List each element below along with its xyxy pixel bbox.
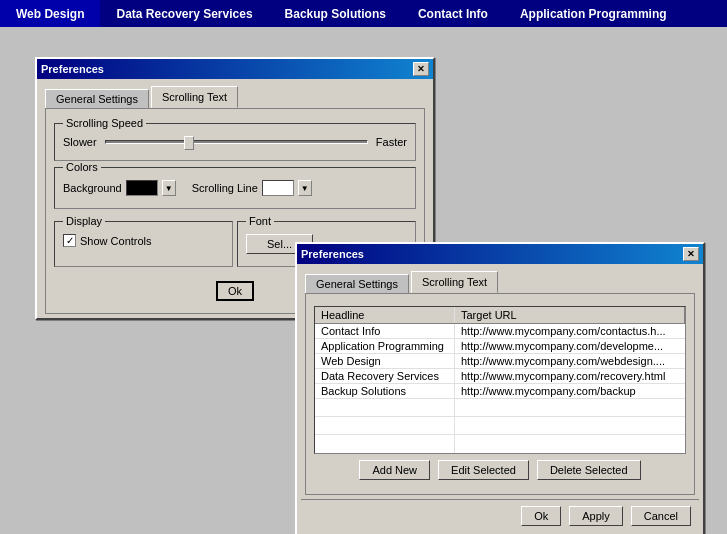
cell-headline-3: Data Recovery Services bbox=[315, 369, 455, 383]
action-btn-row: Add New Edit Selected Delete Selected bbox=[314, 460, 686, 480]
font-label: Font bbox=[246, 215, 274, 227]
edit-selected-button[interactable]: Edit Selected bbox=[438, 460, 529, 480]
window2-title: Preferences bbox=[301, 248, 683, 260]
scrolling-line-label: Scrolling Line bbox=[192, 182, 258, 194]
tab-general-1[interactable]: General Settings bbox=[45, 89, 149, 108]
cell-url-2: http://www.mycompany.com/webdesign.... bbox=[455, 354, 685, 368]
show-controls-label: Show Controls bbox=[80, 235, 152, 247]
cancel-button[interactable]: Cancel bbox=[631, 506, 691, 526]
main-area: Preferences ✕ General Settings Scrolling… bbox=[0, 27, 727, 534]
close-button-1[interactable]: ✕ bbox=[413, 62, 429, 76]
line-swatch[interactable] bbox=[262, 180, 294, 196]
slider-thumb[interactable] bbox=[184, 136, 194, 150]
speed-slider[interactable] bbox=[105, 140, 368, 144]
cell-url-0: http://www.mycompany.com/contactus.h... bbox=[455, 324, 685, 338]
table-row[interactable]: Data Recovery Services http://www.mycomp… bbox=[315, 369, 685, 384]
display-group: Display ✓ Show Controls bbox=[54, 221, 233, 267]
background-color-field: Background ▼ bbox=[63, 180, 176, 196]
menu-web-design[interactable]: Web Design bbox=[0, 0, 100, 27]
table-header: Headline Target URL bbox=[315, 307, 685, 324]
add-new-button[interactable]: Add New bbox=[359, 460, 430, 480]
cell-url-3: http://www.mycompany.com/recovery.html bbox=[455, 369, 685, 383]
cell-headline-4: Backup Solutions bbox=[315, 384, 455, 398]
table-row-empty[interactable] bbox=[315, 417, 685, 435]
table-row[interactable]: Contact Info http://www.mycompany.com/co… bbox=[315, 324, 685, 339]
menu-app-programming[interactable]: Application Programming bbox=[504, 0, 683, 27]
slider-row: Slower Faster bbox=[63, 136, 407, 148]
background-label: Background bbox=[63, 182, 122, 194]
table-row[interactable]: Application Programming http://www.mycom… bbox=[315, 339, 685, 354]
tab-scrolling-2[interactable]: Scrolling Text bbox=[411, 271, 498, 293]
background-dropdown[interactable]: ▼ bbox=[162, 180, 176, 196]
table-row-empty[interactable] bbox=[315, 399, 685, 417]
header-headline: Headline bbox=[315, 307, 455, 323]
line-dropdown[interactable]: ▼ bbox=[298, 180, 312, 196]
menu-data-recovery[interactable]: Data Recovery Services bbox=[100, 0, 268, 27]
show-controls-checkbox[interactable]: ✓ bbox=[63, 234, 76, 247]
scrolling-speed-group: Scrolling Speed Slower Faster bbox=[54, 123, 416, 161]
slower-label: Slower bbox=[63, 136, 97, 148]
tab-scrolling-1[interactable]: Scrolling Text bbox=[151, 86, 238, 108]
cell-url-4: http://www.mycompany.com/backup bbox=[455, 384, 685, 398]
empty-cell-6 bbox=[455, 435, 685, 453]
window2-body: General Settings Scrolling Text Headline… bbox=[297, 264, 703, 534]
scrolling-speed-label: Scrolling Speed bbox=[63, 117, 146, 129]
preferences-window-2: Preferences ✕ General Settings Scrolling… bbox=[295, 242, 705, 534]
tab-bar-1: General Settings Scrolling Text bbox=[41, 83, 429, 108]
cell-headline-0: Contact Info bbox=[315, 324, 455, 338]
background-swatch[interactable] bbox=[126, 180, 158, 196]
footer-btn-row: Ok Apply Cancel bbox=[301, 499, 699, 532]
titlebar-1: Preferences ✕ bbox=[37, 59, 433, 79]
empty-cell-5 bbox=[315, 435, 455, 453]
menubar: Web Design Data Recovery Services Backup… bbox=[0, 0, 727, 27]
show-controls-row: ✓ Show Controls bbox=[63, 234, 224, 247]
display-label: Display bbox=[63, 215, 105, 227]
table-row-empty[interactable] bbox=[315, 435, 685, 453]
menu-contact[interactable]: Contact Info bbox=[402, 0, 504, 27]
tab-content-2: Headline Target URL Contact Info http://… bbox=[305, 293, 695, 495]
tab-general-2[interactable]: General Settings bbox=[305, 274, 409, 293]
close-button-2[interactable]: ✕ bbox=[683, 247, 699, 261]
cell-headline-2: Web Design bbox=[315, 354, 455, 368]
scrolling-line-field: Scrolling Line ▼ bbox=[192, 180, 312, 196]
scrolling-text-table: Headline Target URL Contact Info http://… bbox=[314, 306, 686, 454]
window1-title: Preferences bbox=[41, 63, 413, 75]
cell-headline-1: Application Programming bbox=[315, 339, 455, 353]
faster-label: Faster bbox=[376, 136, 407, 148]
table-row[interactable]: Web Design http://www.mycompany.com/webd… bbox=[315, 354, 685, 369]
color-row: Background ▼ Scrolling Line ▼ bbox=[63, 180, 407, 196]
empty-cell-3 bbox=[315, 417, 455, 434]
table-row[interactable]: Backup Solutions http://www.mycompany.co… bbox=[315, 384, 685, 399]
apply-button[interactable]: Apply bbox=[569, 506, 623, 526]
colors-group: Colors Background ▼ Scrolling Line ▼ bbox=[54, 167, 416, 209]
tab-bar-2: General Settings Scrolling Text bbox=[301, 268, 699, 293]
ok-button-1[interactable]: Ok bbox=[216, 281, 254, 301]
cell-url-1: http://www.mycompany.com/developme... bbox=[455, 339, 685, 353]
header-url: Target URL bbox=[455, 307, 685, 323]
delete-selected-button[interactable]: Delete Selected bbox=[537, 460, 641, 480]
ok-button-2[interactable]: Ok bbox=[521, 506, 561, 526]
titlebar-2: Preferences ✕ bbox=[297, 244, 703, 264]
colors-label: Colors bbox=[63, 161, 101, 173]
empty-cell-4 bbox=[455, 417, 685, 434]
menu-backup[interactable]: Backup Solutions bbox=[269, 0, 402, 27]
empty-cell-1 bbox=[315, 399, 455, 416]
empty-cell-2 bbox=[455, 399, 685, 416]
